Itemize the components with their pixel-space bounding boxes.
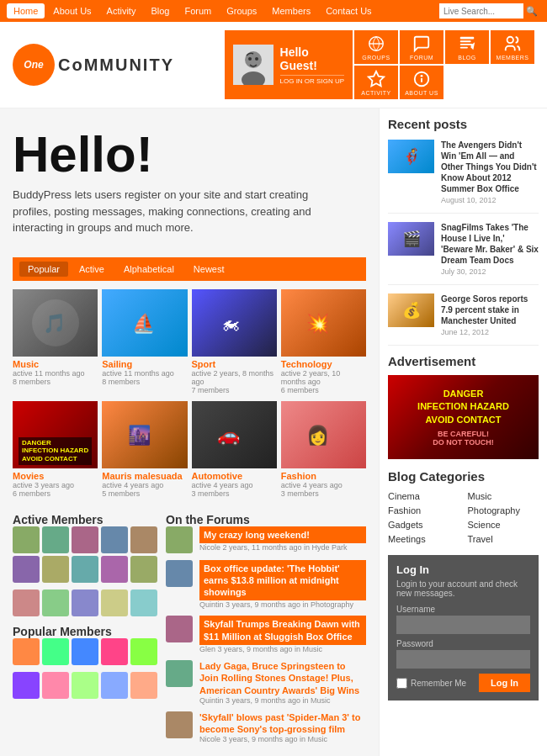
svg-text:🌆: 🌆 bbox=[128, 424, 151, 447]
member-avatar-6[interactable] bbox=[13, 556, 40, 583]
group-music-name: Music bbox=[13, 359, 98, 369]
forum-title-4[interactable]: Lady Gaga, Bruce Springsteen to Join Rol… bbox=[199, 660, 366, 696]
nav-members[interactable]: Members bbox=[265, 3, 317, 19]
group-fashion[interactable]: 👩 Fashion active 4 years ago3 members bbox=[281, 401, 366, 500]
hero-description: BuddyPress lets users register on your s… bbox=[13, 187, 324, 236]
login-button[interactable]: Log In bbox=[479, 674, 530, 692]
username-input[interactable] bbox=[396, 616, 530, 634]
category-music[interactable]: Music bbox=[468, 490, 539, 502]
pop-member-7[interactable] bbox=[42, 672, 69, 699]
post-title-3[interactable]: George Soros reports 7.9 percent stake i… bbox=[441, 293, 539, 326]
member-avatar-4[interactable] bbox=[101, 526, 128, 553]
category-meetings[interactable]: Meetings bbox=[388, 533, 459, 545]
tile-activity[interactable]: ACTIVITY bbox=[354, 66, 398, 99]
tile-members[interactable]: MEMBERS bbox=[491, 30, 534, 64]
pop-member-5[interactable] bbox=[130, 638, 157, 665]
svg-rect-7 bbox=[460, 36, 475, 39]
password-input[interactable] bbox=[396, 650, 530, 669]
member-avatar-11[interactable] bbox=[13, 589, 40, 616]
nav-blog[interactable]: Blog bbox=[144, 3, 176, 19]
popular-members-grid bbox=[13, 638, 157, 665]
pop-member-9[interactable] bbox=[101, 672, 128, 699]
category-cinema[interactable]: Cinema bbox=[388, 490, 459, 502]
category-travel[interactable]: Travel bbox=[468, 533, 539, 545]
pop-member-4[interactable] bbox=[101, 638, 128, 665]
nav-activity[interactable]: Activity bbox=[100, 3, 143, 19]
forum-item-3: Skyfall Trumps Breaking Dawn with $11 Mi… bbox=[166, 616, 366, 653]
member-avatar-9[interactable] bbox=[101, 556, 128, 583]
remember-me-checkbox[interactable] bbox=[396, 678, 407, 689]
tab-active[interactable]: Active bbox=[71, 262, 113, 277]
site-logo[interactable]: One CoMMUNITY bbox=[13, 44, 174, 86]
category-science[interactable]: Science bbox=[468, 519, 539, 531]
search-button[interactable]: 🔍 bbox=[523, 3, 540, 19]
group-music[interactable]: 🎵 Music active 11 months ago8 members bbox=[13, 289, 98, 397]
member-avatar-13[interactable] bbox=[72, 589, 98, 616]
forum-meta-5: Nicole 3 years, 9 months ago in Music bbox=[199, 735, 366, 743]
pop-member-2[interactable] bbox=[42, 638, 69, 665]
tab-alphabetical[interactable]: Alphabetical bbox=[115, 262, 183, 277]
nav-groups[interactable]: Groups bbox=[220, 3, 263, 19]
pop-member-8[interactable] bbox=[72, 672, 98, 699]
post-title-2[interactable]: SnagFilms Takes 'The House I Live In,' '… bbox=[441, 222, 539, 266]
post-text-2: SnagFilms Takes 'The House I Live In,' '… bbox=[441, 222, 539, 276]
forum-meta-4: Quintin 3 years, 9 months ago in Music bbox=[199, 696, 366, 705]
tab-newest[interactable]: Newest bbox=[185, 262, 233, 277]
member-avatar-2[interactable] bbox=[42, 526, 69, 553]
forum-title-1[interactable]: My crazy long weekend! bbox=[199, 526, 366, 543]
svg-point-11 bbox=[507, 36, 513, 42]
category-fashion[interactable]: Fashion bbox=[388, 505, 459, 516]
pop-member-10[interactable] bbox=[130, 672, 157, 699]
password-label: Password bbox=[396, 639, 530, 648]
member-avatar-3[interactable] bbox=[72, 526, 98, 553]
category-photography[interactable]: Photography bbox=[468, 505, 539, 516]
group-sailing[interactable]: ⛵ Sailing active 11 months ago8 members bbox=[102, 289, 187, 397]
nav-contact[interactable]: Contact Us bbox=[319, 3, 378, 19]
member-avatar-10[interactable] bbox=[130, 556, 157, 583]
forum-item-4: Lady Gaga, Bruce Springsteen to Join Rol… bbox=[166, 660, 366, 705]
navigation: Home About Us Activity Blog Forum Groups… bbox=[0, 0, 547, 22]
pop-member-3[interactable] bbox=[72, 638, 98, 665]
content-left: Hello! BuddyPress lets users register on… bbox=[0, 108, 379, 756]
group-tech-name: Technology bbox=[281, 359, 366, 369]
nav-about[interactable]: About Us bbox=[46, 3, 98, 19]
group-mauris[interactable]: 🌆 Mauris malesuada active 4 years ago5 m… bbox=[102, 401, 187, 500]
forum-content-2: Box office update: 'The Hobbit' earns $1… bbox=[199, 560, 366, 610]
tab-popular[interactable]: Popular bbox=[19, 262, 68, 277]
tile-about-label: ABOUT US bbox=[405, 90, 438, 96]
logo-text-block: CoMMUNITY bbox=[58, 56, 174, 73]
group-sport[interactable]: 🏍 Sport active 2 years, 8 months ago7 me… bbox=[192, 289, 277, 397]
member-avatar-12[interactable] bbox=[42, 589, 69, 616]
forum-title-2[interactable]: Box office update: 'The Hobbit' earns $1… bbox=[199, 560, 366, 601]
member-avatar-15[interactable] bbox=[130, 589, 157, 616]
tile-blog[interactable]: BLOG bbox=[445, 30, 489, 64]
search-input[interactable] bbox=[439, 3, 523, 19]
forum-title-5[interactable]: 'Skyfall' blows past 'Spider-Man 3' to b… bbox=[199, 711, 366, 736]
bottom-sections: Active Members bbox=[13, 513, 366, 751]
ad-image[interactable]: DANGERINFECTION HAZARDAVOID CONTACT BE C… bbox=[388, 375, 539, 459]
pop-member-1[interactable] bbox=[13, 638, 40, 665]
greeting-login[interactable]: LOG IN or SIGN UP bbox=[280, 75, 344, 85]
tile-forum[interactable]: FORUM bbox=[400, 30, 443, 64]
svg-text:👩: 👩 bbox=[306, 424, 330, 447]
sidebar-right: Recent posts 🦸 The Avengers Didn't Win '… bbox=[379, 108, 547, 756]
forum-title-3[interactable]: Skyfall Trumps Breaking Dawn with $11 Mi… bbox=[199, 616, 366, 645]
pop-member-6[interactable] bbox=[13, 672, 40, 699]
post-title-1[interactable]: The Avengers Didn't Win 'Em All — and Ot… bbox=[441, 140, 539, 194]
group-technology[interactable]: 💥 Technology active 2 years, 10 months a… bbox=[281, 289, 366, 397]
nav-forum[interactable]: Forum bbox=[178, 3, 218, 19]
nav-home[interactable]: Home bbox=[7, 3, 45, 19]
group-automotive[interactable]: 🚗 Automotive active 4 years ago3 members bbox=[192, 401, 277, 500]
member-avatar-8[interactable] bbox=[72, 556, 98, 583]
tile-about[interactable]: ABOUT US bbox=[400, 66, 443, 99]
member-avatar-7[interactable] bbox=[42, 556, 69, 583]
tile-groups[interactable]: GROUPS bbox=[354, 30, 398, 64]
member-avatar-5[interactable] bbox=[130, 526, 157, 553]
group-movies[interactable]: DANGERINFECTION HAZARDAVOID CONTACT Movi… bbox=[13, 401, 98, 500]
svg-rect-9 bbox=[460, 44, 473, 45]
member-avatar-14[interactable] bbox=[101, 589, 128, 616]
category-gadgets[interactable]: Gadgets bbox=[388, 519, 459, 531]
site-header: One CoMMUNITY Hello Guest! bbox=[0, 22, 547, 108]
post-text-1: The Avengers Didn't Win 'Em All — and Ot… bbox=[441, 140, 539, 204]
member-avatar-1[interactable] bbox=[13, 526, 40, 553]
